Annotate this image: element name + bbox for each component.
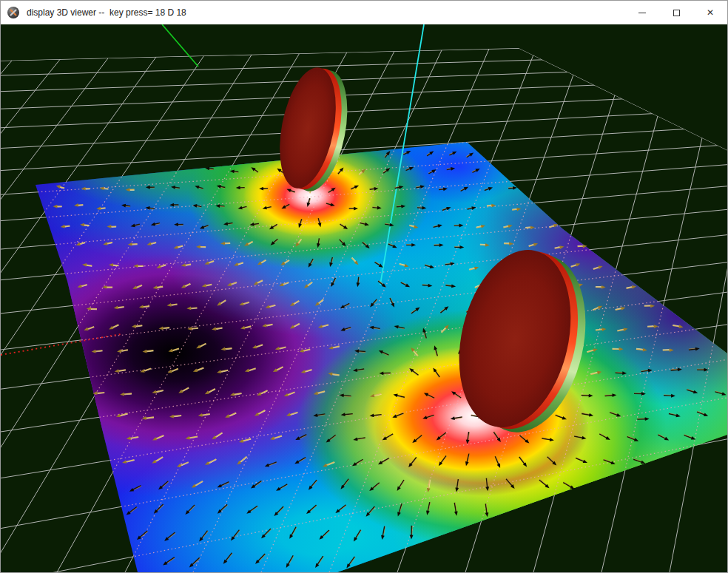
disk-2 — [442, 239, 602, 444]
viewer-3d-canvas[interactable] — [1, 24, 727, 572]
disk-1 — [271, 63, 357, 196]
minimize-button[interactable] — [625, 1, 659, 24]
close-icon: ✕ — [707, 7, 714, 18]
ground-grid — [1, 24, 727, 572]
minimize-icon — [638, 13, 646, 13]
axes — [1, 24, 424, 355]
close-button[interactable]: ✕ — [693, 1, 727, 24]
disks — [271, 63, 602, 444]
app-window: display 3D viewer -- key press= 18 D 18 … — [0, 0, 728, 573]
maximize-icon — [673, 10, 680, 16]
titlebar[interactable]: display 3D viewer -- key press= 18 D 18 … — [1, 1, 727, 24]
scene-overlay — [1, 24, 727, 572]
window-controls: ✕ — [625, 1, 727, 24]
maximize-button[interactable] — [659, 1, 693, 24]
surface-grid — [1, 24, 727, 572]
app-globe-x-icon — [7, 7, 19, 18]
window-title: display 3D viewer -- key press= 18 D 18 — [27, 7, 186, 18]
